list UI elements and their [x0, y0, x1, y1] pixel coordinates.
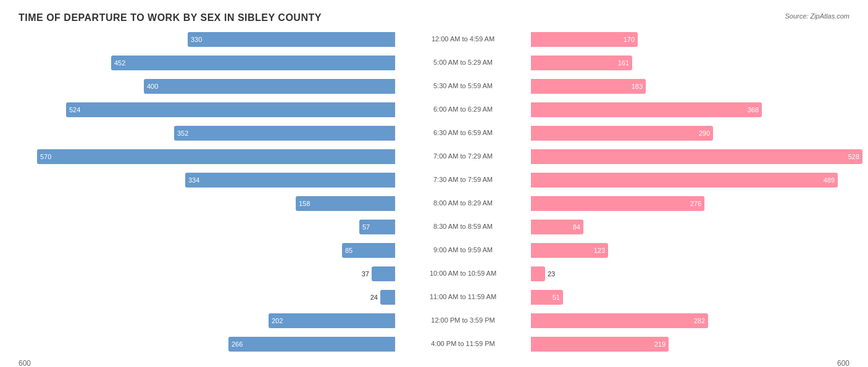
bar-row: 578:30 AM to 8:59 AM84 — [19, 216, 849, 238]
female-bar: 123 — [531, 243, 608, 258]
bar-row: 4525:00 AM to 5:29 AM161 — [19, 52, 849, 74]
female-bar-label: 528 — [848, 153, 859, 160]
female-bar-label: 84 — [573, 223, 580, 231]
male-bar-label: 400 — [147, 83, 158, 90]
female-bar-label: 23 — [548, 270, 555, 278]
male-bar: 57 — [359, 220, 395, 234]
male-bar: 570 — [37, 149, 395, 164]
male-bar: 24 — [380, 290, 395, 305]
time-label: 11:00 AM to 11:59 AM — [395, 293, 531, 301]
rows-wrapper: 33012:00 AM to 4:59 AM1704525:00 AM to 5… — [19, 28, 849, 357]
chart-title: TIME OF DEPARTURE TO WORK BY SEX IN SIBL… — [19, 12, 849, 23]
male-bar-label: 158 — [299, 200, 310, 207]
female-bar-label: 161 — [618, 59, 629, 67]
female-bar: 276 — [531, 196, 704, 211]
axis-right: 600 — [496, 359, 849, 367]
time-label: 7:00 AM to 7:29 AM — [395, 152, 531, 160]
time-label: 6:00 AM to 6:29 AM — [395, 105, 531, 113]
female-bar-label: 51 — [553, 294, 560, 301]
female-bar-label: 123 — [594, 247, 605, 254]
male-bar: 330 — [188, 32, 395, 47]
bar-row: 1588:00 AM to 8:29 AM276 — [19, 192, 849, 215]
male-bar: 37 — [372, 266, 395, 281]
female-bar: 23 — [531, 266, 545, 281]
female-bar: 161 — [531, 56, 632, 70]
bar-row: 2664:00 PM to 11:59 PM219 — [19, 333, 849, 355]
male-bar-label: 570 — [40, 153, 51, 160]
female-bar-label: 183 — [632, 83, 643, 90]
chart-container: TIME OF DEPARTURE TO WORK BY SEX IN SIBL… — [0, 0, 868, 367]
bar-row: 3710:00 AM to 10:59 AM23 — [19, 263, 849, 285]
female-bar: 84 — [531, 220, 583, 234]
male-bar-label: 202 — [272, 317, 283, 324]
time-label: 12:00 PM to 3:59 PM — [395, 316, 531, 324]
female-bar: 51 — [531, 290, 563, 305]
female-bar: 170 — [531, 32, 638, 47]
axis-left: 600 — [19, 359, 372, 367]
male-bar: 334 — [185, 173, 395, 188]
time-label: 12:00 AM to 4:59 AM — [395, 35, 531, 43]
female-bar-label: 368 — [748, 106, 759, 113]
male-bar-label: 334 — [188, 176, 199, 184]
male-bar-label: 85 — [345, 247, 353, 254]
female-bar: 219 — [531, 337, 669, 352]
male-bar-label: 37 — [362, 270, 369, 278]
bar-row: 3526:30 AM to 6:59 AM290 — [19, 122, 849, 144]
time-label: 6:30 AM to 6:59 AM — [395, 129, 531, 137]
male-bar: 524 — [66, 102, 395, 117]
female-bar-label: 219 — [654, 340, 666, 348]
male-bar: 266 — [228, 337, 395, 352]
male-bar-label: 524 — [69, 106, 80, 113]
female-bar-label: 290 — [699, 130, 710, 137]
female-bar: 528 — [531, 149, 862, 164]
female-bar-label: 489 — [824, 176, 835, 184]
time-label: 7:30 AM to 7:59 AM — [395, 176, 531, 184]
male-bar: 352 — [174, 126, 395, 141]
time-label: 5:00 AM to 5:29 AM — [395, 59, 531, 67]
female-bar: 489 — [531, 173, 838, 188]
time-label: 8:00 AM to 8:29 AM — [395, 199, 531, 207]
bar-row: 2411:00 AM to 11:59 AM51 — [19, 286, 849, 308]
male-bar: 85 — [342, 243, 395, 258]
female-bar: 290 — [531, 126, 713, 141]
bar-row: 20212:00 PM to 3:59 PM282 — [19, 310, 849, 332]
male-bar: 158 — [296, 196, 395, 211]
source-label: Source: ZipAtlas.com — [785, 12, 849, 20]
male-bar: 452 — [111, 56, 395, 70]
bar-row: 859:00 AM to 9:59 AM123 — [19, 239, 849, 262]
time-label: 10:00 AM to 10:59 AM — [395, 270, 531, 278]
female-bar-label: 276 — [690, 200, 701, 207]
male-bar-label: 57 — [362, 223, 370, 231]
male-bar-label: 266 — [232, 340, 243, 348]
chart-area: 33012:00 AM to 4:59 AM1704525:00 AM to 5… — [19, 28, 849, 315]
male-bar-label: 452 — [114, 59, 125, 67]
bar-row: 33012:00 AM to 4:59 AM170 — [19, 28, 849, 51]
bar-row: 3347:30 AM to 7:59 AM489 — [19, 169, 849, 191]
male-bar-label: 352 — [177, 130, 188, 137]
bar-row: 5707:00 AM to 7:29 AM528 — [19, 146, 849, 168]
time-label: 9:00 AM to 9:59 AM — [395, 246, 531, 254]
female-bar: 368 — [531, 102, 762, 117]
axis-labels: 600 600 — [19, 359, 849, 367]
time-label: 5:30 AM to 5:59 AM — [395, 82, 531, 90]
male-bar-label: 24 — [370, 294, 378, 301]
time-label: 4:00 PM to 11:59 PM — [395, 340, 531, 348]
male-bar: 400 — [144, 79, 395, 94]
female-bar: 183 — [531, 79, 646, 94]
female-bar: 282 — [531, 313, 708, 328]
male-bar: 202 — [269, 313, 395, 328]
female-bar-label: 282 — [694, 317, 705, 324]
time-label: 8:30 AM to 8:59 AM — [395, 223, 531, 231]
bar-row: 5246:00 AM to 6:29 AM368 — [19, 99, 849, 121]
bar-row: 4005:30 AM to 5:59 AM183 — [19, 75, 849, 97]
female-bar-label: 170 — [624, 36, 635, 43]
male-bar-label: 330 — [191, 36, 202, 43]
